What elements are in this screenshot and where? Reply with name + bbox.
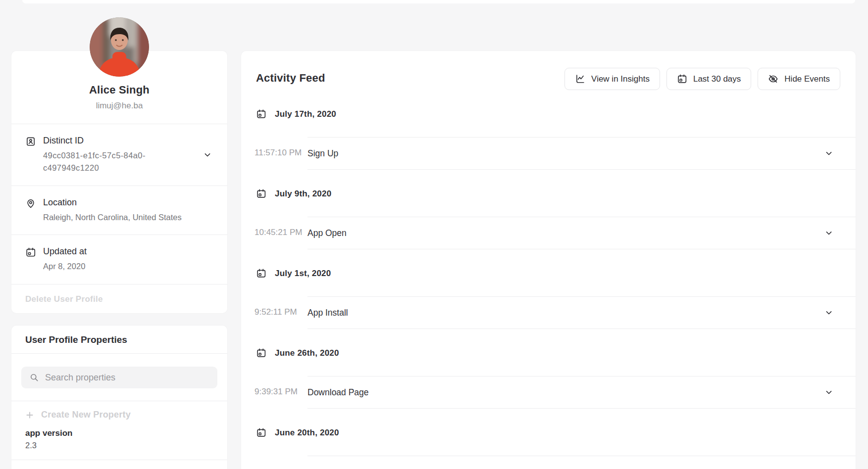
event-row[interactable]: 10:45:21 PM App Open (241, 217, 856, 249)
date-header: July 17th, 2020 (241, 90, 856, 137)
chevron-down-icon[interactable] (824, 387, 834, 397)
location-label: Location (43, 197, 182, 208)
profile-email: limuj@he.ba (21, 101, 217, 111)
date-label: June 26th, 2020 (275, 348, 339, 358)
date-label: July 9th, 2020 (275, 189, 331, 199)
event-row[interactable]: 9:39:31 PM Download Page (241, 376, 856, 409)
calendar-icon (677, 74, 687, 84)
date-header: July 1st, 2020 (241, 249, 856, 296)
location-value: Raleigh, North Carolina, United States (43, 211, 182, 224)
distinct-id-section: Distinct ID 49cc0381-e1fc-57c5-84a0-c497… (11, 124, 227, 186)
plus-icon (25, 411, 34, 420)
calendar-icon (256, 268, 266, 279)
profile-name: Alice Singh (21, 84, 217, 96)
date-header: June 26th, 2020 (241, 329, 856, 376)
event-title: Download Page (307, 387, 369, 398)
profile-sidebar: Alice Singh limuj@he.ba Distinct ID 49cc… (11, 0, 227, 469)
hide-events-button[interactable]: Hide Events (758, 68, 840, 90)
date-label: July 17th, 2020 (275, 109, 336, 119)
search-icon (29, 373, 39, 382)
search-box[interactable] (21, 367, 217, 388)
chevron-down-icon[interactable] (824, 308, 834, 318)
event-row[interactable] (241, 456, 856, 469)
feed-group: June 26th, 2020 9:39:31 PM Download Page (241, 329, 856, 409)
location-pin-icon (25, 198, 36, 209)
properties-title: User Profile Properties (11, 326, 227, 354)
activity-feed-title: Activity Feed (256, 72, 325, 85)
updated-at-value: Apr 8, 2020 (43, 260, 87, 273)
date-label: June 20th, 2020 (275, 428, 339, 438)
date-label: July 1st, 2020 (275, 269, 331, 279)
calendar-icon (256, 348, 266, 358)
location-section: Location Raleigh, North Carolina, United… (11, 186, 227, 235)
calendar-icon (25, 247, 36, 258)
view-in-insights-button[interactable]: View in Insights (564, 68, 660, 90)
feed-group: June 20th, 2020 (241, 409, 856, 469)
event-time: 11:57:10 PM (255, 137, 307, 170)
date-header: July 9th, 2020 (241, 170, 856, 217)
search-properties-input[interactable] (45, 373, 209, 383)
hide-events-label: Hide Events (784, 74, 830, 84)
activity-feed-card: Activity Feed View in Insights (241, 51, 856, 469)
feed-group: July 1st, 2020 9:52:11 PM App Install (241, 249, 856, 329)
view-in-insights-label: View in Insights (591, 74, 650, 84)
feed-group: July 17th, 2020 11:57:10 PM Sign Up (241, 90, 856, 170)
event-title: App Open (307, 228, 347, 238)
calendar-icon (256, 427, 266, 438)
user-profile-properties-card: User Profile Properties Create New Prope… (11, 326, 227, 469)
avatar (90, 17, 149, 77)
event-title: App Install (307, 308, 348, 318)
updated-at-section: Updated at Apr 8, 2020 (11, 234, 227, 284)
feed-group: July 9th, 2020 10:45:21 PM App Open (241, 170, 856, 249)
event-row[interactable]: 9:52:11 PM App Install (241, 296, 856, 329)
property-value: 2.3 (25, 441, 213, 450)
eye-off-icon (768, 74, 778, 84)
date-range-label: Last 30 days (693, 74, 741, 84)
line-chart-icon (575, 74, 585, 84)
id-card-icon (25, 136, 36, 147)
create-new-property-button[interactable]: Create New Property (25, 410, 131, 420)
distinct-id-value: 49cc0381-e1fc-57c5-84a0-c497949c1220 (43, 149, 154, 174)
date-header: June 20th, 2020 (241, 409, 856, 456)
event-time: 9:39:31 PM (255, 376, 307, 409)
event-time: 10:45:21 PM (255, 217, 307, 249)
event-title: Sign Up (307, 148, 338, 159)
calendar-icon (256, 188, 266, 199)
delete-user-profile-button[interactable]: Delete User Profile (25, 294, 103, 304)
event-time (255, 456, 307, 469)
property-name: app version (25, 428, 213, 438)
chevron-down-icon[interactable] (824, 148, 834, 158)
event-time: 9:52:11 PM (255, 296, 307, 329)
event-row[interactable]: 11:57:10 PM Sign Up (241, 137, 856, 170)
profile-card: Alice Singh limuj@he.ba Distinct ID 49cc… (11, 51, 227, 313)
distinct-id-label: Distinct ID (43, 136, 154, 146)
property-item: app version 2.3 (11, 422, 227, 460)
chevron-down-icon[interactable] (824, 228, 834, 238)
chevron-down-icon[interactable] (203, 150, 212, 160)
updated-at-label: Updated at (43, 246, 87, 257)
date-range-button[interactable]: Last 30 days (666, 68, 751, 90)
calendar-icon (256, 109, 266, 119)
create-new-property-label: Create New Property (41, 410, 131, 420)
